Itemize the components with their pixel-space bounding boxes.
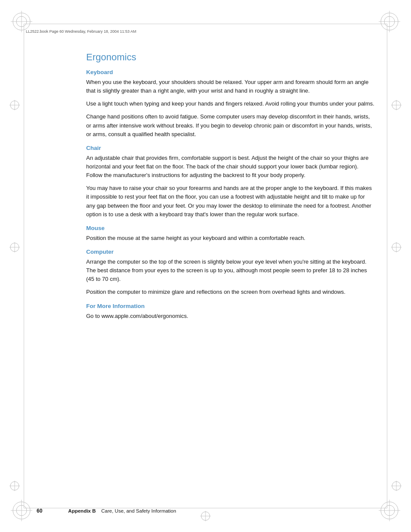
- chair-para-2: You may have to raise your chair so your…: [86, 184, 374, 219]
- page-container: LL2522.book Page 60 Wednesday, February …: [0, 0, 411, 532]
- section-more-info: For More Information Go to www.apple.com…: [86, 303, 374, 320]
- page-title: Ergonomics: [86, 52, 374, 63]
- page-number: 60: [37, 508, 42, 514]
- footer-appendix-label: Appendix B: [68, 508, 96, 513]
- reg-mark-right-top: [390, 99, 402, 112]
- border-right: [387, 24, 387, 508]
- heading-more-info: For More Information: [86, 303, 374, 309]
- section-computer: Computer Arrange the computer so the top…: [86, 249, 374, 297]
- computer-para-2: Position the computer to minimize glare …: [86, 288, 374, 296]
- corner-mark-bl: [9, 498, 34, 523]
- section-keyboard: Keyboard When you use the keyboard, your…: [86, 69, 374, 139]
- computer-para-1: Arrange the computer so the top of the s…: [86, 258, 374, 283]
- footer-appendix-sub: Care, Use, and Safety Information: [101, 508, 176, 513]
- keyboard-para-2: Use a light touch when typing and keep y…: [86, 100, 374, 108]
- heading-keyboard: Keyboard: [86, 69, 374, 75]
- reg-mark-left-top: [9, 99, 21, 112]
- header-file-info: LL2522.book Page 60 Wednesday, February …: [26, 29, 385, 34]
- reg-mark-left-mid: [9, 241, 21, 255]
- more-info-para-1: Go to www.apple.com/about/ergonomics.: [86, 312, 374, 320]
- heading-mouse: Mouse: [86, 225, 374, 231]
- reg-mark-left-bot: [9, 480, 21, 493]
- border-left: [24, 24, 24, 508]
- corner-mark-br: [377, 498, 402, 523]
- mouse-para-1: Position the mouse at the same height as…: [86, 234, 374, 243]
- footer-appendix: Appendix B Care, Use, and Safety Informa…: [68, 508, 176, 513]
- section-mouse: Mouse Position the mouse at the same hei…: [86, 225, 374, 243]
- section-chair: Chair An adjustable chair that provides …: [86, 145, 374, 219]
- chair-para-1: An adjustable chair that provides firm, …: [86, 154, 374, 180]
- footer: 60 Appendix B Care, Use, and Safety Info…: [37, 508, 374, 514]
- keyboard-para-3: Change hand positions often to avoid fat…: [86, 112, 374, 138]
- heading-computer: Computer: [86, 249, 374, 255]
- border-top: [24, 24, 387, 24]
- keyboard-para-1: When you use the keyboard, your shoulder…: [86, 78, 374, 95]
- heading-chair: Chair: [86, 145, 374, 151]
- reg-mark-right-mid: [390, 241, 402, 255]
- content-area: Ergonomics Keyboard When you use the key…: [86, 52, 374, 489]
- reg-mark-right-bot: [390, 480, 402, 493]
